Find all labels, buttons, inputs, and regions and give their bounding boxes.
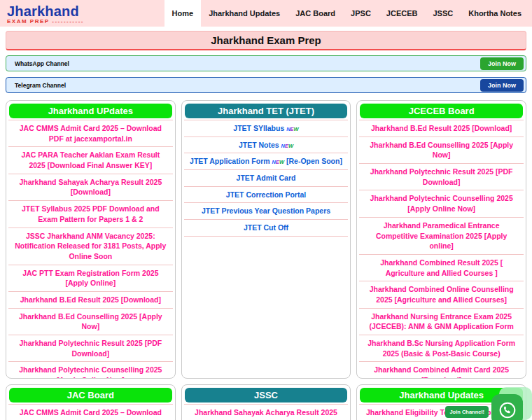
nav-item-jac-board[interactable]: JAC Board xyxy=(288,0,343,27)
nav-item-jceceb[interactable]: JCECEB xyxy=(379,0,426,27)
link-text: JTET SYllabus xyxy=(233,124,284,132)
link-text: JTET Admit Card xyxy=(237,174,296,182)
link-text: JTET Syllabus 2025 PDF Download and Exam… xyxy=(22,204,160,223)
link-item[interactable]: Jharkhand Polytechnic Result 2025 [PDF D… xyxy=(8,335,173,362)
link-item[interactable]: JAC PTT Exam Registration Form 2025 [App… xyxy=(8,265,173,292)
link-item[interactable]: Jharkhand B.Ed Counselling 2025 [Apply N… xyxy=(8,309,173,335)
nav-item-home[interactable]: Home xyxy=(164,0,202,27)
link-item[interactable]: Jharkhand Polytechnic Result 2025 [PDF D… xyxy=(359,164,524,190)
link-text: Jharkhand Polytechnic Result 2025 [PDF D… xyxy=(370,167,513,186)
link-text: JTET Correction Portal xyxy=(226,190,306,199)
link-text: JSSC Jharkhand ANM Vacancy 2025: Notific… xyxy=(15,232,166,260)
sections-top-row: Jharkhand UPdatesJAC CMMS Admit Card 202… xyxy=(6,100,526,379)
link-item[interactable]: Jharkhand Sahayak Acharya Result 2025 [D… xyxy=(184,405,349,420)
logo-dashes: ----------- xyxy=(52,18,84,24)
link-item[interactable]: Jharkhand Polytechnic Counselling 2025 [… xyxy=(359,190,524,217)
logo-title: Jharkhand xyxy=(7,4,84,18)
new-badge-icon: NEW xyxy=(281,143,294,149)
link-text-suffix: [Re-Open Soon] xyxy=(286,157,342,165)
section-header-jharkhand-tet-jtet: Jharkhand TET (JTET) xyxy=(185,104,348,118)
link-item[interactable]: Jharkhand Combined Online Counselling 20… xyxy=(359,281,524,308)
section-header-jac-board: JAC Board xyxy=(9,388,172,402)
link-text: Jharkhand Sahayak Acharya Result 2025 [D… xyxy=(19,178,162,197)
new-badge-icon: NEW xyxy=(272,159,285,165)
link-item[interactable]: JAC PARA Teacher Aaklan Exam Result 2025… xyxy=(8,147,173,174)
link-item[interactable]: Jharkhand Nursing Entrance Exam 2025 (JC… xyxy=(359,309,524,335)
page-title: Jharkhand Exam Prep xyxy=(211,34,321,46)
link-item[interactable]: Jharkhand Combined Result 2025 [ Agricul… xyxy=(359,255,524,281)
link-item[interactable]: Jharkhand Combined Admit Card 2025 [Down… xyxy=(359,362,524,379)
link-item[interactable]: Jharkhand Polytechnic Counselling 2025 [… xyxy=(8,362,173,379)
link-text: Jharkhand B.Ed Counselling 2025 [Apply N… xyxy=(19,312,162,331)
link-text: JAC CMMS Admit Card 2025 – Download PDF … xyxy=(20,124,162,143)
section-jac-board: JAC BoardJAC CMMS Admit Card 2025 – Down… xyxy=(6,384,176,420)
telegram-channel-label: Telegram Channel xyxy=(15,82,66,89)
link-item[interactable]: Jharkhand B.Ed Counselling 2025 [Apply N… xyxy=(359,137,524,164)
link-item[interactable]: JTET Admit Card xyxy=(184,170,349,187)
link-text: Jharkhand Polytechnic Counselling 2025 [… xyxy=(370,194,513,213)
link-item[interactable]: JTET Correction Portal xyxy=(184,187,349,204)
section-header-jharkhand-updates: Jharkhand UPdates xyxy=(9,104,172,118)
section-jssc: JSSCJharkhand Sahayak Acharya Result 202… xyxy=(181,384,351,420)
link-item[interactable]: JAC CMMS Admit Card 2025 – Download PDF … xyxy=(8,405,173,420)
link-item[interactable]: JTET Notes NEW xyxy=(184,137,349,154)
link-item[interactable]: JTET Syllabus 2025 PDF Download and Exam… xyxy=(8,201,173,227)
link-text: JAC PARA Teacher Aaklan Exam Result 2025… xyxy=(21,150,160,169)
link-item[interactable]: JTET Previous Year Question Papers xyxy=(184,203,349,220)
nav-item-jharkhand-updates[interactable]: Jharkhand Updates xyxy=(201,0,288,27)
link-text: Jharkhand Paramedical Entrance Competiti… xyxy=(376,221,507,250)
link-text: Jharkhand B.Ed Result 2025 [Download] xyxy=(20,295,161,304)
link-text: Jharkhand Combined Result 2025 [ Agricul… xyxy=(380,258,503,277)
section-jceceb-board: JCECEB BoardJharkhand B.Ed Result 2025 [… xyxy=(356,100,526,379)
link-item[interactable]: JTET SYllabus NEW xyxy=(184,120,349,137)
link-text: Jharkhand Combined Admit Card 2025 [Down… xyxy=(374,365,509,379)
link-text: Jharkhand B.Sc Nursing Application Form … xyxy=(368,339,515,358)
whatsapp-join-button[interactable]: Join Now xyxy=(480,57,524,70)
link-text: JAC CMMS Admit Card 2025 – Download PDF … xyxy=(20,408,162,420)
nav-item-jpsc[interactable]: JPSC xyxy=(343,0,379,27)
link-item[interactable]: Jharkhand B.Ed Result 2025 [Download] xyxy=(8,292,173,309)
link-text: Jharkhand Nursing Entrance Exam 2025 (JC… xyxy=(370,312,514,331)
logo-subtitle: EXAM PREP ----------- xyxy=(7,19,84,24)
section-header-jssc: JSSC xyxy=(185,388,348,402)
link-text: JTET Application Form xyxy=(190,157,270,165)
section-header-jceceb-board: JCECEB Board xyxy=(360,104,523,118)
section-link-list: Jharkhand Sahayak Acharya Result 2025 [D… xyxy=(184,404,349,420)
section-link-list: Jharkhand B.Ed Result 2025 [Download]Jha… xyxy=(359,120,524,379)
link-text: Jharkhand B.Ed Result 2025 [Download] xyxy=(371,124,512,132)
link-item[interactable]: Jharkhand B.Ed Result 2025 [Download] xyxy=(359,120,524,137)
whatsapp-float-button[interactable] xyxy=(491,394,523,420)
section-link-list: JTET SYllabus NEWJTET Notes NEWJTET Appl… xyxy=(184,120,349,237)
whatsapp-icon xyxy=(497,400,518,420)
link-text: Jharkhand B.Ed Counselling 2025 [Apply N… xyxy=(370,141,513,160)
nav-item-khortha-notes[interactable]: Khortha Notes xyxy=(461,0,529,27)
section-link-list: JAC CMMS Admit Card 2025 – Download PDF … xyxy=(8,404,173,420)
link-item[interactable]: Jharkhand Sahayak Acharya Result 2025 [D… xyxy=(8,174,173,201)
new-badge-icon: NEW xyxy=(286,126,299,132)
top-header: Jharkhand EXAM PREP ----------- HomeJhar… xyxy=(0,0,532,27)
site-logo[interactable]: Jharkhand EXAM PREP ----------- xyxy=(7,3,84,24)
link-text: Jharkhand Polytechnic Result 2025 [PDF D… xyxy=(20,339,162,358)
link-item[interactable]: JSSC Jharkhand ANM Vacancy 2025: Notific… xyxy=(8,228,173,265)
link-item[interactable]: Jharkhand B.Sc Nursing Application Form … xyxy=(359,335,524,362)
link-text: JAC PTT Exam Registration Form 2025 [App… xyxy=(22,269,158,288)
main-nav: HomeJharkhand UpdatesJAC BoardJPSCJCECEB… xyxy=(164,0,529,27)
link-text: Jharkhand Polytechnic Counselling 2025 [… xyxy=(19,365,162,379)
telegram-channel-banner: Telegram Channel Join Now xyxy=(6,77,526,93)
section-link-list: JAC CMMS Admit Card 2025 – Download PDF … xyxy=(8,120,173,379)
link-text: Jharkhand Combined Online Counselling 20… xyxy=(370,285,514,304)
link-item[interactable]: JAC CMMS Admit Card 2025 – Download PDF … xyxy=(8,120,173,147)
whatsapp-channel-banner: WhatsApp Channel Join Now xyxy=(6,55,526,71)
link-item[interactable]: JTET Application Form NEW [Re-Open Soon] xyxy=(184,153,349,170)
page-title-bar: Jharkhand Exam Prep xyxy=(6,31,526,50)
link-item[interactable]: Jharkhand Paramedical Entrance Competiti… xyxy=(359,218,524,255)
nav-item-jssc[interactable]: JSSC xyxy=(425,0,461,27)
link-text: JTET Notes xyxy=(239,141,279,149)
section-jharkhand-tet-jtet: Jharkhand TET (JTET)JTET SYllabus NEWJTE… xyxy=(181,100,351,379)
link-item[interactable]: JTET Cut Off xyxy=(184,220,349,237)
telegram-join-button[interactable]: Join Now xyxy=(480,79,524,92)
link-text: Jharkhand Sahayak Acharya Result 2025 [D… xyxy=(195,408,337,420)
whatsapp-channel-label: WhatsApp Channel xyxy=(15,60,69,67)
section-jharkhand-updates: Jharkhand UPdatesJAC CMMS Admit Card 202… xyxy=(6,100,176,379)
join-channel-label[interactable]: Join Channel! xyxy=(445,406,489,418)
